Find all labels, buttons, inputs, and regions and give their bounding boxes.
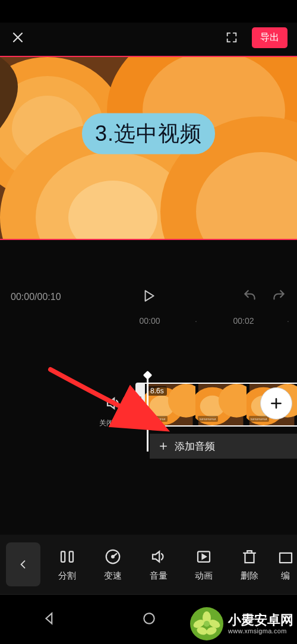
svg-point-36 bbox=[204, 621, 210, 627]
tool-back-button[interactable] bbox=[6, 542, 40, 586]
export-button[interactable]: 导出 bbox=[252, 27, 287, 48]
tool-edit[interactable]: 编 bbox=[273, 548, 297, 582]
ruler-dot: · bbox=[287, 316, 289, 326]
video-preview[interactable]: 3.选中视频 bbox=[0, 57, 297, 239]
timeline[interactable]: 关闭原声 8.6s ▭▭▭▭ ▭▭▭▭ ▭▭▭▭ 添加音频 bbox=[0, 361, 297, 474]
add-audio-label: 添加音频 bbox=[175, 440, 215, 453]
ruler-tick-0: 00:00 bbox=[139, 316, 160, 326]
watermark: 小麦安卓网 www.xmsigma.com bbox=[189, 606, 293, 642]
nav-home-icon[interactable] bbox=[141, 611, 157, 629]
tool-split-label: 分割 bbox=[58, 570, 76, 582]
ruler-dot: · bbox=[195, 316, 197, 326]
tool-bar: 分割 变速 音量 动画 删除 编 bbox=[0, 535, 297, 594]
tool-animation[interactable]: 动画 bbox=[182, 548, 226, 582]
redo-button[interactable] bbox=[271, 288, 286, 306]
tool-split[interactable]: 分割 bbox=[45, 548, 89, 582]
timecode-display: 00:00/00:10 bbox=[11, 292, 61, 302]
clip-handle-left[interactable] bbox=[135, 383, 145, 427]
playback-controls: 00:00/00:10 bbox=[0, 278, 297, 316]
svg-rect-23 bbox=[61, 551, 65, 562]
close-icon[interactable] bbox=[10, 29, 26, 46]
svg-point-28 bbox=[144, 613, 154, 623]
overlay-caption: 3.选中视频 bbox=[82, 113, 215, 154]
ruler-tick-1: 00:02 bbox=[233, 316, 254, 326]
tool-edit-label: 编 bbox=[281, 570, 290, 582]
timeline-ruler[interactable]: 00:00 · 00:02 · bbox=[0, 316, 297, 330]
nav-back-icon[interactable] bbox=[42, 611, 58, 629]
tool-delete-label: 删除 bbox=[241, 570, 258, 582]
play-button[interactable] bbox=[141, 288, 156, 306]
watermark-url: www.xmsigma.com bbox=[228, 627, 293, 634]
fullscreen-icon[interactable] bbox=[223, 29, 240, 46]
tool-animation-label: 动画 bbox=[195, 570, 213, 582]
tool-volume-label: 音量 bbox=[150, 570, 168, 582]
preview-area: 3.选中视频 bbox=[0, 56, 297, 240]
watermark-title: 小麦安卓网 bbox=[228, 613, 293, 627]
playhead[interactable] bbox=[147, 374, 148, 452]
mute-original-audio[interactable]: 关闭原声 bbox=[97, 394, 129, 428]
watermark-logo-icon bbox=[189, 606, 225, 642]
tool-volume[interactable]: 音量 bbox=[137, 548, 181, 582]
add-audio-track[interactable]: 添加音频 bbox=[150, 434, 297, 459]
clip-duration-badge: 8.6s bbox=[147, 386, 167, 396]
tool-speed-label: 变速 bbox=[104, 570, 122, 582]
undo-button[interactable] bbox=[242, 288, 258, 306]
status-bar bbox=[0, 0, 297, 23]
tool-speed[interactable]: 变速 bbox=[91, 548, 135, 582]
add-clip-button[interactable] bbox=[260, 387, 292, 419]
svg-rect-24 bbox=[69, 551, 73, 562]
mute-label: 关闭原声 bbox=[97, 418, 129, 428]
tool-delete[interactable]: 删除 bbox=[228, 548, 271, 582]
top-bar: 导出 bbox=[0, 23, 297, 52]
svg-point-26 bbox=[112, 555, 114, 558]
